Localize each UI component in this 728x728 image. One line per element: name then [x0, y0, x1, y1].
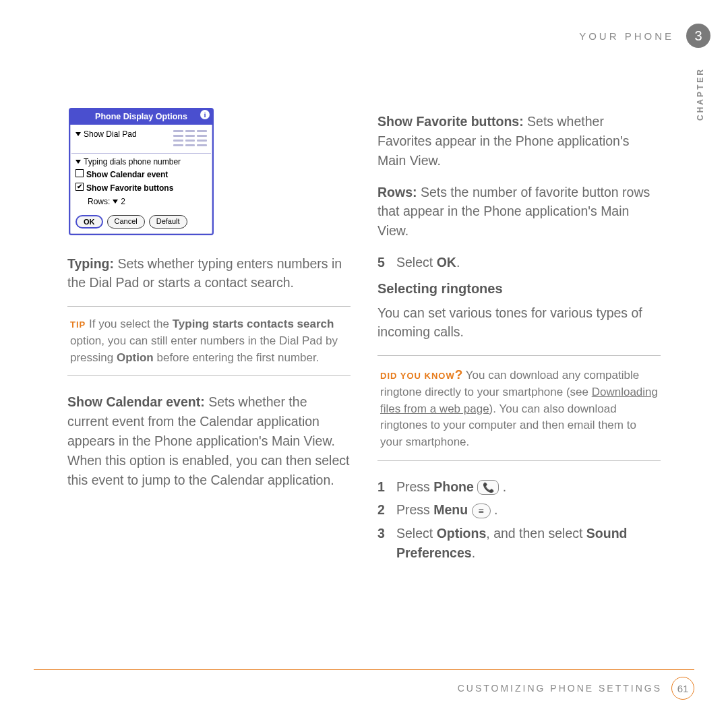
section-body: You can set various tones for various ty…: [377, 303, 661, 342]
dyk-question-mark: ?: [455, 367, 463, 382]
step5-c: .: [456, 255, 460, 270]
typing-label: Typing dials phone number: [84, 156, 181, 169]
dialog-title-bar: Phone Display Options i: [70, 109, 212, 125]
step-number: 1: [377, 477, 387, 497]
step-3: 3 Select Options, and then select Sound …: [377, 524, 661, 563]
calendar-paragraph: Show Calendar event: Sets whether the cu…: [67, 392, 351, 489]
rows-heading: Rows:: [377, 185, 417, 200]
dialog-body: Show Dial Pad Typing dials phone number …: [70, 125, 212, 211]
checkbox-checked-icon: ✔: [75, 183, 84, 191]
s2-c: .: [491, 502, 498, 517]
step-text: Press Menu ≡ .: [396, 500, 661, 520]
phone-key-icon: 📞: [477, 480, 499, 495]
step-text: Select OK.: [396, 253, 661, 272]
step-number: 5: [377, 253, 387, 272]
typing-paragraph: Typing: Sets whether typing enters numbe…: [67, 254, 351, 293]
s1-a: Press: [396, 479, 433, 494]
rows-paragraph: Rows: Sets the number of favorite button…: [377, 183, 661, 241]
s3-c: , and then select: [486, 526, 586, 541]
tip-text-e: before entering the first number.: [154, 351, 320, 364]
footer-text: CUSTOMIZING PHONE SETTINGS: [458, 683, 662, 694]
step-number: 3: [377, 524, 387, 543]
s1-c: .: [499, 479, 506, 494]
default-button[interactable]: Default: [149, 215, 187, 229]
show-dial-pad-dropdown[interactable]: Show Dial Pad: [75, 129, 171, 141]
step5-ok: OK: [437, 255, 456, 270]
dialog-divider: [71, 153, 211, 154]
tip-label: TIP: [70, 320, 86, 330]
tip-bold-1: Typing starts contacts search: [173, 317, 334, 330]
page: YOUR PHONE 3 CHAPTER Phone Display Optio…: [0, 0, 728, 728]
dropdown-icon: [113, 200, 118, 204]
dropdown-icon: [75, 160, 81, 164]
rows-label: Rows:: [88, 196, 110, 208]
tip-bold-2: Option: [117, 351, 154, 364]
step5-a: Select: [396, 255, 437, 270]
right-column: Show Favorite buttons: Sets whether Favo…: [377, 108, 661, 567]
step-1: 1 Press Phone 📞 .: [377, 477, 661, 497]
ok-button[interactable]: OK: [75, 215, 103, 229]
chapter-label-vertical: CHAPTER: [696, 67, 705, 121]
rows-value: 2: [121, 196, 125, 208]
step-number: 2: [377, 500, 387, 520]
s3-options: Options: [437, 526, 487, 541]
show-favorite-label: Show Favorite buttons: [86, 183, 173, 195]
step-text: Select Options, and then select Sound Pr…: [396, 524, 661, 563]
info-icon[interactable]: i: [200, 110, 210, 119]
rows-body: Sets the number of favorite button rows …: [377, 185, 650, 239]
dyk-label: DID YOU KNOW: [380, 371, 455, 381]
phone-glyph: 📞: [483, 481, 494, 495]
show-favorite-checkbox-row[interactable]: ✔ Show Favorite buttons: [75, 183, 207, 195]
dialog-title: Phone Display Options: [95, 112, 187, 121]
s3-e: .: [472, 545, 475, 560]
s2-a: Press: [396, 502, 433, 517]
page-number-badge: 61: [671, 677, 694, 700]
s3-a: Select: [396, 526, 437, 541]
section-heading: Selecting ringtones: [377, 279, 661, 299]
did-you-know-callout: DID YOU KNOW? You can download any compa…: [377, 355, 661, 460]
tip-text-a: If you select the: [86, 317, 173, 330]
step-2: 2 Press Menu ≡ .: [377, 500, 661, 520]
s1-phone: Phone: [433, 479, 474, 494]
left-column: Phone Display Options i Show Dial Pad: [67, 108, 351, 567]
tip-callout: TIP If you select the Typing starts cont…: [67, 306, 351, 376]
content-columns: Phone Display Options i Show Dial Pad: [34, 108, 694, 567]
s2-menu: Menu: [433, 502, 468, 517]
show-calendar-label: Show Calendar event: [86, 169, 168, 181]
checkbox-unchecked-icon: [75, 169, 84, 177]
show-calendar-checkbox-row[interactable]: Show Calendar event: [75, 169, 207, 181]
step-text: Press Phone 📞 .: [396, 477, 661, 497]
typing-heading: Typing:: [67, 256, 114, 271]
page-footer: CUSTOMIZING PHONE SETTINGS 61: [34, 669, 694, 700]
typing-dropdown[interactable]: Typing dials phone number: [75, 156, 207, 169]
favorite-paragraph: Show Favorite buttons: Sets whether Favo…: [377, 112, 661, 171]
dropdown-icon: [75, 132, 81, 136]
dialog-buttons: OK Cancel Default: [70, 211, 212, 234]
cancel-button[interactable]: Cancel: [107, 215, 145, 229]
menu-glyph: ≡: [479, 504, 484, 518]
dialpad-preview: [173, 129, 207, 148]
calendar-heading: Show Calendar event:: [67, 394, 205, 409]
rows-dropdown-row[interactable]: Rows: 2: [75, 196, 207, 208]
chapter-number-badge: 3: [686, 24, 710, 48]
step-5: 5 Select OK.: [377, 253, 661, 272]
favorite-heading: Show Favorite buttons:: [377, 114, 524, 129]
menu-key-icon: ≡: [472, 504, 491, 518]
phone-display-options-dialog: Phone Display Options i Show Dial Pad: [69, 108, 214, 235]
show-dial-pad-label: Show Dial Pad: [84, 129, 137, 141]
running-header: YOUR PHONE: [579, 30, 674, 42]
